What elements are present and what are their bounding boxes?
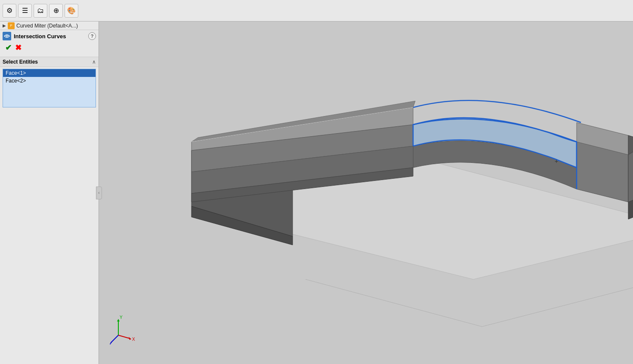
feature-title: Intersection Curves xyxy=(14,33,66,40)
svg-line-18 xyxy=(482,275,633,327)
select-entities-title: Select Entities xyxy=(3,59,38,65)
ok-button[interactable]: ✔ xyxy=(5,43,12,52)
collapse-panel-handle[interactable]: ‹ xyxy=(96,187,102,199)
target-button[interactable]: ⊕ xyxy=(49,4,63,18)
collapse-arrow-icon: ∧ xyxy=(92,59,96,65)
svg-line-25 xyxy=(111,335,118,343)
svg-text:Y: Y xyxy=(120,315,123,320)
toolbar: ⚙ ☰ 🗂 ⊕ 🎨 xyxy=(0,0,633,21)
list-button[interactable]: ☰ xyxy=(18,4,32,18)
svg-line-17 xyxy=(306,279,482,327)
left-panel: ▶ P Curved Miter (Default<A...) Intersec… xyxy=(0,21,99,364)
svg-text:X: X xyxy=(132,337,135,342)
intersection-curves-icon xyxy=(3,32,11,40)
model-viewport-svg: + Y X xyxy=(99,21,633,364)
tree-item-label: Curved Miter (Default<A...) xyxy=(16,23,78,29)
tree-button[interactable]: 🗂 xyxy=(34,4,47,18)
svg-line-22 xyxy=(118,335,130,339)
entities-list[interactable]: Face<1> Face<2> xyxy=(3,69,96,107)
svg-point-0 xyxy=(6,35,8,37)
main-row: ▶ P Curved Miter (Default<A...) Intersec… xyxy=(0,21,633,364)
color-button[interactable]: 🎨 xyxy=(65,4,78,18)
help-button[interactable]: ? xyxy=(88,32,96,40)
tree-area: ▶ P Curved Miter (Default<A...) xyxy=(0,21,99,30)
entity-item-face1[interactable]: Face<1> xyxy=(3,69,96,77)
svg-text:+: + xyxy=(555,158,558,165)
tree-arrow: ▶ xyxy=(3,23,6,28)
ok-cancel-row: ✔ ✖ xyxy=(3,42,96,55)
part-icon: P xyxy=(8,22,15,29)
feature-panel: Intersection Curves ? ✔ ✖ xyxy=(0,30,99,57)
cancel-button[interactable]: ✖ xyxy=(15,43,22,52)
viewport[interactable]: + Y X xyxy=(99,21,633,364)
entity-item-face2[interactable]: Face<2> xyxy=(3,77,96,85)
settings-button[interactable]: ⚙ xyxy=(3,4,16,18)
select-entities-header[interactable]: Select Entities ∧ xyxy=(0,57,99,67)
feature-title-row: Intersection Curves ? xyxy=(3,32,96,40)
